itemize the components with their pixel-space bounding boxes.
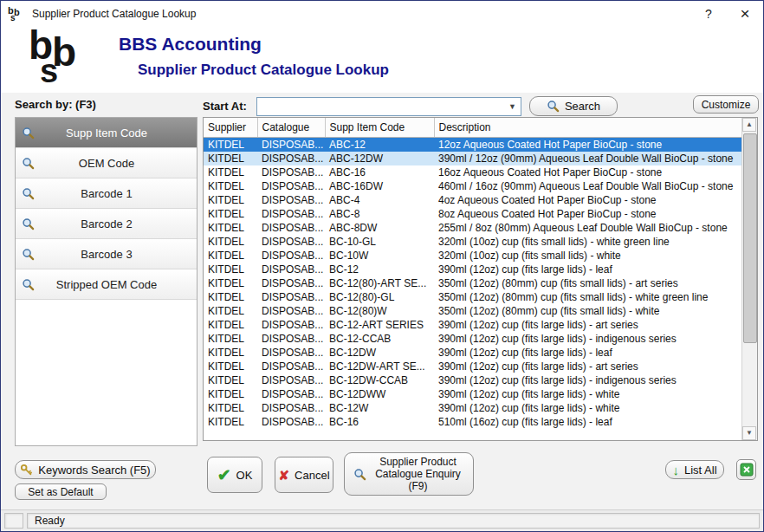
dialog-window: bbs Supplier Product Catalogue Lookup ? … <box>0 0 764 532</box>
app-logo-icon: bbs <box>8 5 25 23</box>
enquiry-button-label: Supplier Product Catalogue Enquiry (F9) <box>372 456 465 492</box>
keywords-search-label: Keywords Search (F5) <box>38 464 150 477</box>
column-header-supp-item-code[interactable]: Supp Item Code <box>325 118 434 138</box>
table-row[interactable]: KITDELDISPOSAB...BC-10W320ml (10oz) cup … <box>204 249 742 263</box>
magnifier-icon <box>22 248 36 261</box>
cancel-button[interactable]: ✘ Cancel <box>275 457 333 493</box>
magnifier-icon <box>22 157 36 170</box>
magnifier-icon <box>22 127 36 139</box>
start-at-input[interactable] <box>259 99 507 116</box>
table-row[interactable]: KITDELDISPOSAB...ABC-88oz Aqueous Coated… <box>204 207 742 221</box>
svg-text:s: s <box>10 13 16 23</box>
table-row[interactable]: KITDELDISPOSAB...BC-16510ml (16oz) cup (… <box>204 415 742 429</box>
table-row[interactable]: KITDELDISPOSAB...BC-12DW-CCAB390ml (12oz… <box>204 373 742 387</box>
results-table: SupplierCatalogueSupp Item CodeDescripti… <box>203 117 758 441</box>
search-by-label: Search by: (F3) <box>15 98 96 111</box>
down-arrow-icon: ↓ <box>672 464 679 477</box>
table-row[interactable]: KITDELDISPOSAB...BC-12390ml (12oz) cup (… <box>204 263 742 276</box>
table-row[interactable]: KITDELDISPOSAB...ABC-16DW460ml / 16oz (9… <box>204 179 742 193</box>
table-header-row: SupplierCatalogueSupp Item CodeDescripti… <box>204 118 742 138</box>
search-by-item-oem-code[interactable]: OEM Code <box>16 148 197 178</box>
app-header: b b s BBS Accounting Supplier Product Ca… <box>1 27 763 93</box>
customize-button[interactable]: Customize <box>693 95 759 114</box>
bbs-logo: b b s <box>29 29 108 89</box>
help-button[interactable]: ? <box>690 1 727 27</box>
status-bar: Ready <box>1 509 763 531</box>
table-row[interactable]: KITDELDISPOSAB...BC-12(80)-GL350ml (12oz… <box>204 290 742 304</box>
set-as-default-button[interactable]: Set as Default <box>15 483 107 500</box>
keywords-search-button[interactable]: Keywords Search (F5) <box>15 460 156 479</box>
scrollbar-thumb[interactable] <box>743 133 757 343</box>
magnifier-icon <box>353 468 366 481</box>
supplier-product-catalogue-enquiry-button[interactable]: Supplier Product Catalogue Enquiry (F9) <box>344 452 474 496</box>
ok-label: OK <box>236 469 253 482</box>
search-icon <box>547 100 560 113</box>
cancel-x-icon: ✘ <box>278 469 289 482</box>
table-row[interactable]: KITDELDISPOSAB...ABC-12DW390ml / 12oz (9… <box>204 152 742 165</box>
export-to-excel-button[interactable] <box>736 459 756 480</box>
table-row[interactable]: KITDELDISPOSAB...BC-10-GL320ml (10oz) cu… <box>204 235 742 249</box>
close-button[interactable]: × <box>727 1 763 27</box>
app-title: BBS Accounting <box>119 34 262 55</box>
magnifier-icon <box>22 217 36 230</box>
list-all-button[interactable]: ↓ List All <box>665 460 724 479</box>
table-row[interactable]: KITDELDISPOSAB...ABC-1616oz Aqueous Coat… <box>204 165 742 179</box>
search-by-item-barcode-3[interactable]: Barcode 3 <box>16 239 197 269</box>
column-header-description[interactable]: Description <box>434 118 742 138</box>
status-grip-cell <box>4 513 23 529</box>
search-by-item-stripped-oem-code[interactable]: Stripped OEM Code <box>16 269 197 300</box>
column-header-catalogue[interactable]: Catalogue <box>257 118 325 138</box>
table-row[interactable]: KITDELDISPOSAB...BC-12DW-ART SE...390ml … <box>204 360 742 373</box>
table-row[interactable]: KITDELDISPOSAB...BC-12(80)W350ml (12oz) … <box>204 304 742 318</box>
column-header-supplier[interactable]: Supplier <box>204 118 257 138</box>
search-by-item-barcode-2[interactable]: Barcode 2 <box>16 209 197 239</box>
table-body: KITDELDISPOSAB...ABC-1212oz Aqueous Coat… <box>204 138 742 430</box>
list-all-label: List All <box>684 464 717 477</box>
magnifier-icon <box>22 187 36 200</box>
table-row[interactable]: KITDELDISPOSAB...BC-12(80)-ART SE...350m… <box>204 276 742 290</box>
table-row[interactable]: KITDELDISPOSAB...BC-12DWW390ml (12oz) cu… <box>204 387 742 401</box>
table-row[interactable]: KITDELDISPOSAB...BC-12W390ml (12oz) cup … <box>204 401 742 415</box>
title-bar: bbs Supplier Product Catalogue Lookup ? … <box>1 1 763 28</box>
set-as-default-label: Set as Default <box>28 486 93 498</box>
table-row[interactable]: KITDELDISPOSAB...BC-12-CCAB390ml (12oz) … <box>204 332 742 346</box>
search-button[interactable]: Search <box>529 96 618 116</box>
search-button-label: Search <box>565 100 600 113</box>
page-title: Supplier Product Catalogue Lookup <box>138 62 389 79</box>
excel-export-icon <box>740 463 754 477</box>
scrollbar-down-arrow-icon[interactable]: ▼ <box>742 426 756 440</box>
window-title: Supplier Product Catalogue Lookup <box>32 8 690 20</box>
customize-button-label: Customize <box>702 99 751 111</box>
ok-button[interactable]: ✔ OK <box>207 457 262 493</box>
scrollbar-up-arrow-icon[interactable]: ▲ <box>742 118 756 132</box>
search-by-list: Supp Item CodeOEM CodeBarcode 1Barcode 2… <box>15 117 197 446</box>
cancel-label: Cancel <box>295 469 329 482</box>
table-row[interactable]: KITDELDISPOSAB...BC-12DW390ml (12oz) cup… <box>204 346 742 360</box>
table-row[interactable]: KITDELDISPOSAB...ABC-8DW255ml / 8oz (80m… <box>204 221 742 235</box>
check-icon: ✔ <box>217 467 231 483</box>
vertical-scrollbar[interactable]: ▲ ▼ <box>741 118 757 440</box>
search-by-item-supp-item-code[interactable]: Supp Item Code <box>16 118 197 148</box>
search-by-item-barcode-1[interactable]: Barcode 1 <box>16 178 197 209</box>
table-row[interactable]: KITDELDISPOSAB...BC-12-ART SERIES390ml (… <box>204 318 742 332</box>
table-row[interactable]: KITDELDISPOSAB...ABC-44oz Aqueous Coated… <box>204 193 742 207</box>
combo-dropdown-arrow-icon[interactable]: ▼ <box>505 99 520 114</box>
key-icon <box>20 464 33 477</box>
start-at-combobox[interactable]: ▼ <box>256 97 521 116</box>
results-grid: SupplierCatalogueSupp Item CodeDescripti… <box>204 118 743 429</box>
status-text: Ready <box>27 513 760 529</box>
table-row[interactable]: KITDELDISPOSAB...ABC-1212oz Aqueous Coat… <box>204 138 742 152</box>
magnifier-icon <box>22 278 36 291</box>
start-at-label: Start At: <box>203 100 247 113</box>
